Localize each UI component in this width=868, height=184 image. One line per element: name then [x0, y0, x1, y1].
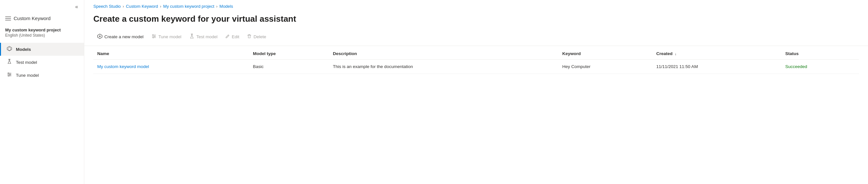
app-menu-icon — [5, 15, 11, 22]
col-status: Status — [781, 47, 859, 60]
table-body: My custom keyword model Basic This is an… — [93, 60, 859, 74]
svg-rect-20 — [247, 35, 251, 35]
delete-label: Delete — [253, 34, 266, 39]
edit-button[interactable]: Edit — [221, 32, 243, 41]
tune-model-toolbar-icon — [151, 34, 157, 40]
svg-marker-3 — [7, 46, 12, 51]
create-new-model-button[interactable]: Create a new model — [93, 32, 148, 42]
svg-point-19 — [153, 37, 154, 38]
svg-rect-1 — [5, 19, 11, 19]
svg-marker-4 — [8, 47, 11, 51]
sidebar-collapse-area: « — [0, 0, 84, 12]
svg-point-18 — [154, 36, 155, 37]
edit-label: Edit — [232, 34, 239, 39]
tune-model-toolbar-label: Tune model — [158, 34, 182, 39]
page-title: Create a custom keyword for your virtual… — [93, 14, 859, 24]
svg-point-8 — [8, 73, 9, 74]
test-model-button[interactable]: Test model — [185, 32, 221, 42]
sidebar-project-name: My custom keyword project — [5, 28, 79, 32]
edit-icon — [225, 34, 230, 39]
svg-rect-2 — [5, 20, 11, 21]
models-table: Name Model type Description Keyword Crea… — [93, 47, 859, 74]
tune-model-button[interactable]: Tune model — [148, 32, 185, 42]
svg-point-9 — [10, 74, 11, 75]
col-model-type: Model type — [249, 47, 329, 60]
col-keyword: Keyword — [558, 47, 652, 60]
status-badge: Succeeded — [785, 64, 807, 69]
svg-point-10 — [8, 75, 9, 76]
models-table-container: Name Model type Description Keyword Crea… — [84, 46, 868, 184]
sidebar-app-title-area: Custom Keyword — [0, 12, 84, 24]
svg-rect-0 — [5, 17, 11, 17]
sidebar: « Custom Keyword My custom keyword proje… — [0, 0, 84, 184]
page-header: Create a custom keyword for your virtual… — [84, 11, 868, 29]
sidebar-item-test-model[interactable]: Test model — [0, 56, 84, 69]
col-description: Description — [329, 47, 558, 60]
breadcrumb-speech-studio[interactable]: Speech Studio — [93, 4, 121, 9]
sidebar-item-models[interactable]: Models — [0, 43, 84, 56]
breadcrumb: Speech Studio › Custom Keyword › My cust… — [84, 0, 868, 11]
row-status-cell: Succeeded — [781, 60, 859, 74]
created-sort-icon: ↓ — [675, 52, 677, 56]
col-name: Name — [93, 47, 249, 60]
delete-icon — [247, 34, 251, 39]
breadcrumb-project[interactable]: My custom keyword project — [163, 4, 215, 9]
sidebar-nav: Models Test model — [0, 43, 84, 82]
breadcrumb-sep-2: › — [160, 4, 161, 9]
app-name-label: Custom Keyword — [13, 16, 51, 21]
delete-button[interactable]: Delete — [243, 32, 270, 41]
row-model-type-cell: Basic — [249, 60, 329, 74]
sidebar-item-tune-model[interactable]: Tune model — [0, 69, 84, 82]
toolbar: Create a new model Tune model — [84, 29, 868, 46]
row-name-cell: My custom keyword model — [93, 60, 249, 74]
test-model-icon — [6, 59, 13, 65]
sidebar-item-models-label: Models — [16, 47, 31, 52]
create-new-model-label: Create a new model — [104, 34, 144, 39]
models-icon — [6, 46, 13, 53]
sidebar-project-section: My custom keyword project English (Unite… — [0, 24, 84, 41]
row-keyword-cell: Hey Computer — [558, 60, 652, 74]
sidebar-item-tune-model-label: Tune model — [16, 73, 39, 78]
test-model-toolbar-icon — [189, 34, 194, 40]
test-model-toolbar-label: Test model — [196, 34, 217, 39]
breadcrumb-custom-keyword[interactable]: Custom Keyword — [126, 4, 158, 9]
row-created-cell: 11/11/2021 11:50 AM — [652, 60, 781, 74]
table-row: My custom keyword model Basic This is an… — [93, 60, 859, 74]
sidebar-collapse-button[interactable]: « — [74, 3, 80, 10]
breadcrumb-sep-1: › — [123, 4, 124, 9]
breadcrumb-models: Models — [219, 4, 233, 9]
tune-model-icon — [6, 72, 13, 79]
sidebar-item-test-model-label: Test model — [16, 60, 37, 65]
svg-point-17 — [152, 35, 153, 36]
row-description-cell: This is an example for the documentation — [329, 60, 558, 74]
main-content: Speech Studio › Custom Keyword › My cust… — [84, 0, 868, 184]
col-created[interactable]: Created ↓ — [652, 47, 781, 60]
model-name-link[interactable]: My custom keyword model — [97, 64, 149, 69]
table-header: Name Model type Description Keyword Crea… — [93, 47, 859, 60]
create-model-icon — [97, 34, 102, 40]
sidebar-project-locale: English (United States) — [5, 33, 79, 38]
breadcrumb-sep-3: › — [216, 4, 217, 9]
